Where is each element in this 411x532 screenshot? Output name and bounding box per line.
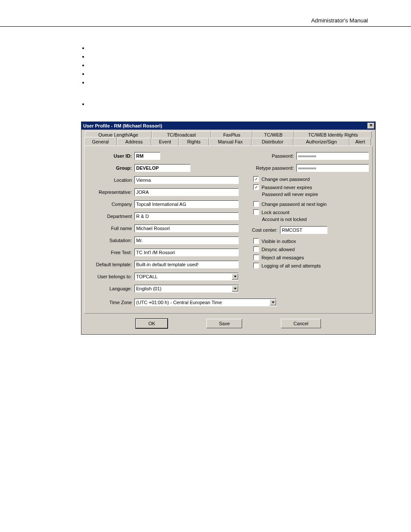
password-never-expires-checkbox[interactable]: ✓ bbox=[253, 184, 259, 190]
dirsync-label: Dirsync allowed bbox=[262, 247, 295, 252]
cost-center-input[interactable] bbox=[280, 226, 327, 234]
visible-label: Visible in outbox bbox=[262, 239, 296, 244]
dept-input[interactable] bbox=[134, 212, 239, 220]
tab-strip: Queue Length/AgeTC/BroadcastFaxPlusTC/WE… bbox=[81, 130, 375, 146]
company-input[interactable] bbox=[134, 200, 239, 208]
tab-tc-web[interactable]: TC/WEB bbox=[252, 131, 294, 138]
document-bullets bbox=[0, 27, 411, 109]
chevron-down-icon[interactable] bbox=[232, 286, 238, 292]
group-input[interactable] bbox=[134, 164, 190, 172]
chevron-down-icon[interactable] bbox=[270, 299, 276, 305]
password-label: Password: bbox=[272, 153, 294, 159]
language-combo[interactable]: English (01) bbox=[134, 285, 239, 292]
tab-faxplus[interactable]: FaxPlus bbox=[211, 131, 252, 138]
timezone-combo[interactable]: (UTC +01:00 h) - Central European Time bbox=[134, 299, 277, 306]
logging-checkbox[interactable] bbox=[253, 263, 259, 268]
tab-general[interactable]: General bbox=[84, 137, 117, 146]
tab-tc-web-identity-rights[interactable]: TC/WEB Identity Rights bbox=[294, 131, 372, 138]
tab-address[interactable]: Address bbox=[117, 138, 151, 146]
change-next-label: Change password at next login bbox=[262, 202, 327, 207]
fullname-input[interactable] bbox=[134, 224, 239, 232]
chevron-down-icon[interactable] bbox=[232, 274, 238, 280]
tab-tc-broadcast[interactable]: TC/Broadcast bbox=[152, 131, 211, 138]
change-own-label: Change own password bbox=[262, 177, 310, 182]
location-label: Location bbox=[88, 177, 134, 183]
tab-manual-fax[interactable]: Manual Fax bbox=[209, 138, 252, 146]
salutation-input[interactable] bbox=[134, 236, 239, 244]
freetext-input[interactable] bbox=[134, 249, 239, 256]
tab-alert[interactable]: Alert bbox=[349, 138, 371, 146]
language-label: Language: bbox=[88, 286, 134, 291]
timezone-label: Time Zone bbox=[88, 300, 134, 305]
visible-outbox-checkbox[interactable] bbox=[253, 238, 259, 244]
close-icon[interactable]: ✕ bbox=[367, 123, 374, 129]
tab-event[interactable]: Event bbox=[151, 138, 179, 146]
fullname-label: Full name bbox=[88, 226, 134, 231]
ok-button[interactable]: OK bbox=[136, 319, 168, 328]
user-id-input[interactable] bbox=[134, 152, 160, 160]
lock-label: Lock account bbox=[262, 210, 290, 215]
save-button[interactable]: Save bbox=[206, 319, 242, 328]
belongs-combo[interactable]: TOPCALL bbox=[134, 273, 239, 280]
change-next-login-checkbox[interactable] bbox=[253, 201, 259, 207]
dialog-buttons: OK Save Cancel bbox=[81, 314, 375, 334]
template-input[interactable] bbox=[134, 261, 239, 268]
password-input[interactable] bbox=[296, 152, 369, 160]
user-profile-dialog: User Profile - RM (Michael Rossori) ✕ Qu… bbox=[81, 121, 376, 335]
group-label: Group: bbox=[88, 165, 134, 171]
tab-authorize-sign[interactable]: Authorize/Sign bbox=[293, 138, 349, 146]
lock-subtext: Account is not locked bbox=[247, 217, 369, 222]
template-label: Default template: bbox=[88, 262, 134, 267]
change-own-password-checkbox[interactable]: ✓ bbox=[253, 176, 259, 182]
dialog-title: User Profile - RM (Michael Rossori) bbox=[83, 123, 162, 128]
retype-input[interactable] bbox=[296, 164, 369, 172]
retype-label: Retype password: bbox=[256, 165, 294, 171]
cost-center-label: Cost center: bbox=[247, 227, 277, 233]
reject-label: Reject all messages bbox=[262, 255, 304, 260]
tab-rights[interactable]: Rights bbox=[179, 138, 209, 146]
dialog-titlebar: User Profile - RM (Michael Rossori) ✕ bbox=[81, 122, 375, 130]
never-expires-subtext: Password will never expire bbox=[247, 192, 369, 197]
dept-label: Department bbox=[88, 214, 134, 219]
belongs-label: User belongs to: bbox=[88, 274, 134, 279]
salutation-label: Salutation: bbox=[88, 238, 134, 243]
rep-label: Representative: bbox=[88, 190, 134, 195]
location-input[interactable] bbox=[134, 176, 239, 184]
never-expires-label: Password never expires bbox=[262, 185, 312, 190]
freetext-label: Free Text: bbox=[88, 250, 134, 255]
tab-distributor[interactable]: Distributor bbox=[252, 138, 293, 146]
tab-panel-general: User ID: Group: Location Representative:… bbox=[84, 146, 373, 314]
page-header: Administrator's Manual bbox=[0, 0, 411, 27]
cancel-button[interactable]: Cancel bbox=[281, 319, 321, 328]
logging-label: Logging of all send attempts bbox=[262, 263, 321, 268]
lock-account-checkbox[interactable] bbox=[253, 209, 259, 215]
page-header-title: Administrator's Manual bbox=[311, 17, 368, 24]
reject-checkbox[interactable] bbox=[253, 255, 259, 260]
company-label: Company bbox=[88, 202, 134, 207]
user-id-label: User ID: bbox=[88, 153, 134, 159]
rep-input[interactable] bbox=[134, 188, 239, 196]
dirsync-checkbox[interactable] bbox=[253, 246, 259, 252]
